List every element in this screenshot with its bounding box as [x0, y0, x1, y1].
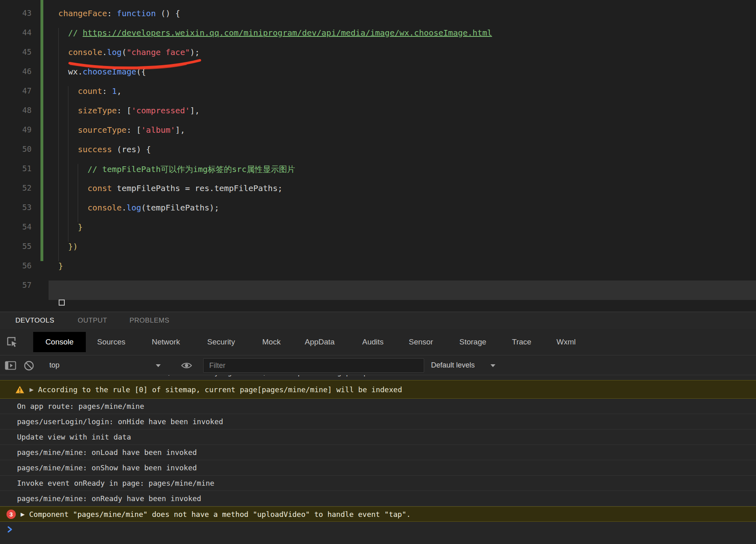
console-message-text: Component "pages/mine/mine" does not hav…	[29, 510, 411, 518]
clear-console-icon[interactable]	[23, 360, 34, 371]
code-line-51[interactable]: // tempFilePath可以作为img标签的src属性显示图片	[49, 164, 756, 183]
console-log-row[interactable]: pages/mine/mine: onShow have been invoke…	[0, 460, 756, 476]
console-prompt[interactable]	[0, 522, 756, 537]
error-count-badge: 3	[6, 510, 16, 519]
devtools-tab-sources[interactable]: Sources	[97, 329, 125, 355]
line-number: 44	[0, 28, 32, 47]
console-message-text: Wed Jul 15 2020 12:10:15 GMT-0700 (Pacif…	[17, 375, 377, 380]
log-levels-selector[interactable]: Default levels	[431, 355, 475, 376]
devtools-tab-appdata[interactable]: AppData	[305, 329, 335, 355]
code-line-56[interactable]: }	[49, 261, 756, 280]
line-number: 47	[0, 86, 32, 106]
console-message-text: According to the rule [0] of sitemap, cu…	[38, 385, 402, 394]
devtools-tab-wxml[interactable]: Wxml	[556, 329, 575, 355]
code-line-53[interactable]: console.log(tempFilePaths);	[49, 203, 756, 222]
code-line-49[interactable]: sourceType: ['album'],	[49, 125, 756, 144]
console-message-text: On app route: pages/mine/mine	[17, 402, 144, 410]
editor-gutter: 42434445464748495051525354555657	[0, 0, 40, 312]
code-line-50[interactable]: success (res) {	[49, 144, 756, 164]
code-line-48[interactable]: sizeType: ['compressed'],	[49, 106, 756, 125]
line-number: 56	[0, 261, 32, 280]
prompt-chevron-icon	[7, 526, 13, 533]
console-clipped-row[interactable]: Wed Jul 15 2020 12:10:15 GMT-0700 (Pacif…	[0, 375, 756, 380]
red-underline-annotation	[65, 59, 206, 73]
code-line-42[interactable]	[49, 0, 756, 8]
levels-label: Default levels	[431, 361, 475, 369]
console-output[interactable]: Wed Jul 15 2020 12:10:15 GMT-0700 (Pacif…	[0, 375, 756, 544]
console-log-row[interactable]: Invoke event onReady in page: pages/mine…	[0, 476, 756, 491]
splitter-handle[interactable]	[59, 300, 65, 306]
devtools-tab-storage[interactable]: Storage	[459, 329, 486, 355]
console-log-row[interactable]: pages/mine/mine: onReady have been invok…	[0, 491, 756, 506]
console-sidebar-toggle-icon[interactable]	[5, 360, 16, 371]
line-number: 50	[0, 144, 32, 164]
line-number: 42	[0, 0, 32, 8]
console-log-row[interactable]: On app route: pages/mine/mine	[0, 399, 756, 414]
expand-arrow-icon[interactable]: ▶	[30, 387, 34, 393]
console-log-row[interactable]: Update view with init data	[0, 429, 756, 445]
line-number: 54	[0, 222, 32, 242]
chevron-down-icon[interactable]	[156, 364, 161, 367]
code-line-54[interactable]: }	[49, 222, 756, 242]
chevron-down-icon[interactable]	[491, 364, 495, 367]
code-line-52[interactable]: const tempFilePaths = res.tempFilePaths;	[49, 183, 756, 203]
devtools-tab-trace[interactable]: Trace	[512, 329, 531, 355]
line-number: 53	[0, 203, 32, 222]
console-error-row[interactable]: 3▶Component "pages/mine/mine" does not h…	[0, 506, 756, 522]
live-expression-eye-icon[interactable]	[181, 361, 193, 370]
line-number: 51	[0, 164, 32, 183]
git-modified-indicator	[40, 0, 43, 261]
devtools-tab-sensor[interactable]: Sensor	[409, 329, 433, 355]
code-line-57[interactable]	[49, 280, 756, 300]
panel-tab-bar: DEVTOOLSOUTPUTPROBLEMS	[0, 312, 756, 329]
console-message-text: pages/mine/mine: onShow have been invoke…	[17, 463, 197, 472]
console-message-text: pages/mine/mine: onReady have been invok…	[17, 494, 201, 503]
devtools-tab-mock[interactable]: Mock	[262, 329, 280, 355]
devtools-tab-bar: ConsoleSourcesNetworkSecurityMockAppData…	[0, 329, 756, 355]
line-number: 45	[0, 47, 32, 67]
debug-panel: DEVTOOLSOUTPUTPROBLEMS ConsoleSourcesNet…	[0, 312, 756, 544]
console-filter-input[interactable]	[203, 358, 424, 373]
console-message-text: Invoke event onReady in page: pages/mine…	[17, 479, 214, 487]
devtools-tab-audits[interactable]: Audits	[362, 329, 384, 355]
console-log-row[interactable]: pages/userLogin/login: onHide have been …	[0, 414, 756, 429]
expand-arrow-icon[interactable]: ▶	[21, 511, 25, 517]
console-message-list: ▶According to the rule [0] of sitemap, c…	[0, 380, 756, 522]
console-message-text: pages/userLogin/login: onHide have been …	[17, 417, 223, 426]
line-number: 52	[0, 183, 32, 203]
panel-tab-devtools[interactable]: DEVTOOLS	[15, 312, 54, 329]
devtools-tab-console[interactable]: Console	[33, 332, 86, 352]
editor-code-area[interactable]: changeFace: function () { // https://dev…	[49, 0, 756, 312]
code-line-47[interactable]: count: 1,	[49, 86, 756, 106]
line-number: 49	[0, 125, 32, 144]
panel-tab-problems[interactable]: PROBLEMS	[130, 312, 169, 329]
line-number: 55	[0, 242, 32, 261]
warning-triangle-icon	[15, 386, 24, 393]
context-label: top	[49, 361, 59, 369]
code-editor-pane[interactable]: 42434445464748495051525354555657 changeF…	[0, 0, 756, 312]
console-log-row[interactable]: pages/mine/mine: onLoad have been invoke…	[0, 445, 756, 460]
line-number: 48	[0, 106, 32, 125]
code-line-55[interactable]: })	[49, 242, 756, 261]
line-number: 43	[0, 8, 32, 28]
code-line-43[interactable]: changeFace: function () {	[49, 8, 756, 28]
devtools-tab-network[interactable]: Network	[152, 329, 180, 355]
line-number: 57	[0, 280, 32, 300]
line-number: 46	[0, 67, 32, 86]
console-warning-row[interactable]: ▶According to the rule [0] of sitemap, c…	[0, 380, 756, 399]
console-message-text: Update view with init data	[17, 433, 131, 441]
devtools-tab-security[interactable]: Security	[207, 329, 235, 355]
wechat-devtools-window: 42434445464748495051525354555657 changeF…	[0, 0, 756, 544]
execution-context-selector[interactable]: top	[49, 355, 59, 376]
panel-tab-output[interactable]: OUTPUT	[78, 312, 107, 329]
console-message-text: pages/mine/mine: onLoad have been invoke…	[17, 448, 197, 457]
console-toolbar: top Default levels	[0, 355, 756, 375]
code-line-44[interactable]: // https://developers.weixin.qq.com/mini…	[49, 28, 756, 47]
